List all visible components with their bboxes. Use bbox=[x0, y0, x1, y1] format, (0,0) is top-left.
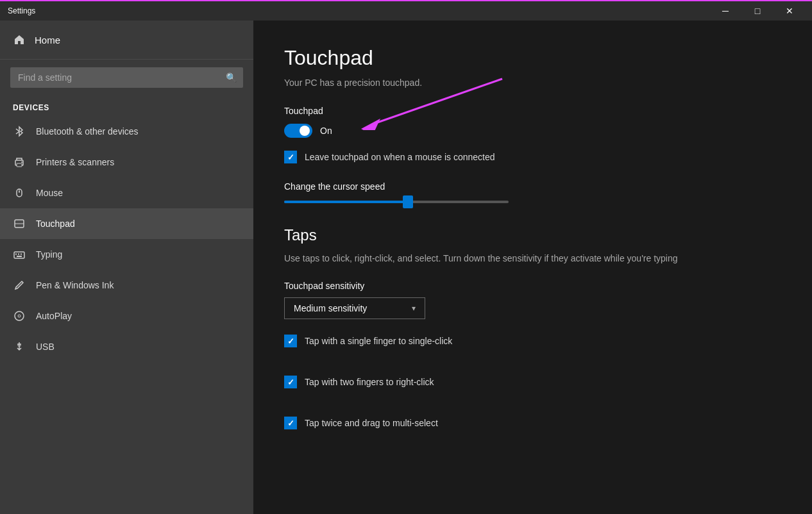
app-title: Settings bbox=[8, 6, 711, 15]
two-finger-checkbox[interactable]: ✓ bbox=[284, 376, 297, 388]
svg-point-2 bbox=[21, 162, 22, 163]
sidebar-item-autoplay[interactable]: AutoPlay bbox=[0, 301, 253, 331]
autoplay-icon bbox=[13, 310, 26, 322]
search-container: 🔍 bbox=[10, 67, 243, 88]
slider-title: Change the cursor speed bbox=[284, 181, 781, 192]
cursor-speed-slider[interactable] bbox=[284, 201, 509, 203]
two-finger-row: ✓ Tap with two fingers to right-click bbox=[284, 376, 781, 388]
search-icon: 🔍 bbox=[226, 72, 237, 83]
sidebar-item-touchpad[interactable]: Touchpad bbox=[0, 208, 253, 239]
slider-fill bbox=[284, 201, 408, 203]
sidebar-item-typing[interactable]: Typing bbox=[0, 239, 253, 270]
svg-rect-11 bbox=[21, 254, 22, 255]
mouse-icon bbox=[13, 187, 26, 199]
svg-point-13 bbox=[15, 311, 24, 320]
printers-label: Printers & scanners bbox=[36, 157, 114, 167]
slider-thumb[interactable] bbox=[403, 195, 413, 208]
minimize-button[interactable]: ─ bbox=[711, 1, 740, 21]
sensitivity-dropdown[interactable]: Medium sensitivity ▾ bbox=[284, 297, 425, 319]
toggle-annotation-container: On bbox=[284, 124, 781, 138]
svg-rect-8 bbox=[14, 252, 24, 258]
page-title: Touchpad bbox=[284, 46, 781, 70]
close-button[interactable]: ✕ bbox=[775, 1, 804, 21]
content-area: Touchpad Your PC has a precision touchpa… bbox=[253, 21, 812, 514]
sidebar-item-usb[interactable]: USB bbox=[0, 331, 253, 362]
search-input[interactable] bbox=[10, 67, 243, 88]
home-nav-item[interactable]: Home bbox=[0, 21, 253, 60]
autoplay-label: AutoPlay bbox=[36, 311, 72, 321]
checkmark-icon: ✓ bbox=[287, 378, 294, 386]
double-tap-label: Tap twice and drag to multi-select bbox=[305, 418, 438, 428]
cursor-speed-section: Change the cursor speed bbox=[284, 181, 781, 203]
svg-rect-12 bbox=[17, 256, 22, 257]
double-tap-checkbox[interactable]: ✓ bbox=[284, 417, 297, 429]
touchpad-toggle[interactable] bbox=[284, 124, 312, 138]
leave-touchpad-label: Leave touchpad on when a mouse is connec… bbox=[305, 152, 495, 162]
taps-section-title: Taps bbox=[284, 226, 781, 244]
leave-touchpad-checkbox[interactable]: ✓ bbox=[284, 151, 297, 163]
double-tap-row: ✓ Tap twice and drag to multi-select bbox=[284, 417, 781, 429]
touchpad-section-label: Touchpad bbox=[284, 106, 781, 116]
svg-rect-9 bbox=[15, 254, 17, 255]
bluetooth-icon bbox=[13, 125, 26, 138]
svg-rect-10 bbox=[18, 254, 19, 255]
svg-point-5 bbox=[19, 191, 20, 192]
sensitivity-section: Touchpad sensitivity Medium sensitivity … bbox=[284, 281, 781, 319]
maximize-button[interactable]: □ bbox=[743, 1, 772, 21]
sidebar-item-bluetooth[interactable]: Bluetooth & other devices bbox=[0, 116, 253, 147]
dropdown-arrow-icon: ▾ bbox=[412, 304, 416, 313]
sensitivity-label: Touchpad sensitivity bbox=[284, 281, 781, 291]
pen-label: Pen & Windows Ink bbox=[36, 280, 114, 290]
window-controls: ─ □ ✕ bbox=[711, 1, 804, 21]
checkmark-icon: ✓ bbox=[287, 419, 294, 427]
page-subtitle: Your PC has a precision touchpad. bbox=[284, 78, 781, 88]
keyboard-icon bbox=[13, 248, 26, 261]
home-icon bbox=[13, 33, 26, 46]
checkmark-icon: ✓ bbox=[287, 153, 294, 162]
checkmark-icon: ✓ bbox=[287, 337, 294, 345]
sidebar: Home 🔍 Devices Bluetooth & other devices bbox=[0, 21, 253, 514]
titlebar: Settings ─ □ ✕ bbox=[0, 0, 812, 21]
leave-touchpad-checkbox-row: ✓ Leave touchpad on when a mouse is conn… bbox=[284, 151, 781, 163]
sensitivity-value: Medium sensitivity bbox=[294, 303, 367, 313]
toggle-on-label: On bbox=[320, 126, 332, 136]
pen-icon bbox=[13, 279, 26, 292]
toggle-knob bbox=[300, 126, 310, 136]
usb-icon bbox=[13, 340, 26, 353]
single-tap-row: ✓ Tap with a single finger to single-cli… bbox=[284, 335, 781, 347]
printer-icon bbox=[13, 156, 26, 169]
sidebar-item-printers[interactable]: Printers & scanners bbox=[0, 147, 253, 178]
usb-label: USB bbox=[36, 342, 55, 352]
home-label: Home bbox=[35, 35, 60, 46]
typing-label: Typing bbox=[36, 249, 62, 260]
two-finger-label: Tap with two fingers to right-click bbox=[305, 377, 434, 387]
bluetooth-label: Bluetooth & other devices bbox=[36, 126, 139, 137]
single-tap-label: Tap with a single finger to single-click bbox=[305, 336, 452, 346]
taps-checkboxes: ✓ Tap with a single finger to single-cli… bbox=[284, 335, 781, 447]
single-tap-checkbox[interactable]: ✓ bbox=[284, 335, 297, 347]
touchpad-label: Touchpad bbox=[36, 219, 75, 229]
section-title: Devices bbox=[0, 95, 253, 116]
svg-rect-1 bbox=[17, 163, 22, 167]
mouse-label: Mouse bbox=[36, 188, 63, 198]
taps-description: Use taps to click, right-click, and sele… bbox=[284, 252, 781, 265]
touchpad-icon bbox=[13, 217, 26, 230]
touchpad-toggle-row: On bbox=[284, 124, 781, 138]
sidebar-item-pen[interactable]: Pen & Windows Ink bbox=[0, 270, 253, 301]
sidebar-item-mouse[interactable]: Mouse bbox=[0, 178, 253, 208]
svg-point-14 bbox=[18, 315, 21, 317]
